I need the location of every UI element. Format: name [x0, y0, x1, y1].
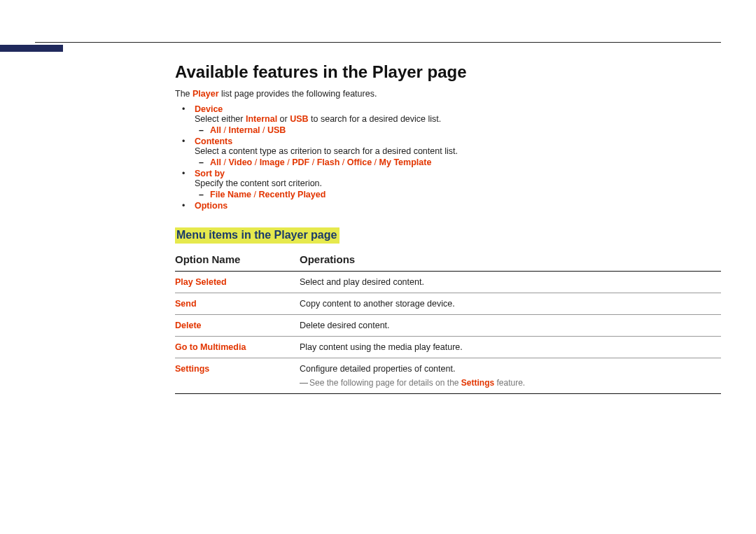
sortby-opt-1: Recently Played: [258, 190, 326, 199]
row-op-4-text: Configure detailed properties of content…: [300, 364, 721, 374]
features-list: Device Select either Internal or USB to …: [175, 104, 721, 211]
row-op-4: Configure detailed properties of content…: [300, 364, 721, 388]
row-op-0: Select and play desired content.: [300, 277, 721, 287]
section-menu-items-title: Menu items in the Player page: [175, 227, 340, 244]
feature-options: Options: [175, 201, 721, 211]
content-area: Available features in the Player page Th…: [175, 62, 721, 394]
sortby-opt-0: File Name: [210, 190, 251, 199]
intro-player: Player: [192, 89, 219, 99]
device-label: Device: [195, 104, 223, 114]
contents-opt-4: Flash: [317, 157, 340, 167]
accent-bar: [0, 45, 63, 52]
intro-pre: The: [175, 89, 192, 99]
row-name-4: Settings: [175, 364, 300, 374]
options-label: Options: [195, 201, 227, 211]
contents-opt-6: My Template: [379, 157, 432, 167]
options-table: Option Name Operations Play Seleted Sele…: [175, 251, 721, 394]
device-options: All / Internal / USB: [195, 125, 721, 135]
device-desc: Select either Internal or USB to search …: [195, 114, 721, 124]
note-bold: Settings: [461, 378, 494, 388]
contents-desc: Select a content type as criterion to se…: [195, 146, 721, 156]
contents-label: Contents: [195, 136, 232, 146]
note-post: feature.: [494, 378, 525, 388]
row-op-3: Play content using the media play featur…: [300, 342, 721, 352]
table-row: Delete Delete desired content.: [175, 315, 721, 337]
table-header: Option Name Operations: [175, 251, 721, 272]
intro-text: The Player list page provides the follow…: [175, 89, 721, 99]
feature-device: Device Select either Internal or USB to …: [175, 104, 721, 135]
row-name-1: Send: [175, 299, 300, 309]
row-op-1: Copy content to another storage device.: [300, 299, 721, 309]
device-opt-1: Internal: [228, 125, 260, 135]
sortby-options: File Name / Recently Played: [195, 190, 721, 199]
contents-opt-0: All: [210, 157, 221, 167]
sortby-label: Sort by: [195, 169, 225, 178]
row-name-0: Play Seleted: [175, 277, 300, 287]
document-page: Available features in the Player page Th…: [0, 0, 756, 436]
device-internal: Internal: [246, 114, 277, 124]
contents-opt-3: PDF: [292, 157, 309, 167]
sortby-desc: Specify the content sort criterion.: [195, 178, 721, 188]
device-opt-2: USB: [267, 125, 286, 135]
contents-opt-2: Image: [260, 157, 285, 167]
note-pre: See the following page for details on th…: [309, 378, 461, 388]
device-opt-0: All: [210, 125, 221, 135]
row-op-2: Delete desired content.: [300, 321, 721, 330]
table-row: Settings Configure detailed properties o…: [175, 358, 721, 394]
table-row: Send Copy content to another storage dev…: [175, 293, 721, 315]
contents-opt-1: Video: [228, 157, 252, 167]
intro-post: list page provides the following feature…: [219, 89, 377, 99]
feature-sortby: Sort by Specify the content sort criteri…: [175, 169, 721, 199]
table-row: Play Seleted Select and play desired con…: [175, 272, 721, 293]
contents-options: All / Video / Image / PDF / Flash / Offi…: [195, 157, 721, 167]
header-operations: Operations: [300, 253, 721, 265]
device-usb: USB: [290, 114, 308, 124]
top-rule: [35, 42, 721, 43]
contents-opt-5: Office: [347, 157, 372, 167]
row-name-2: Delete: [175, 321, 300, 330]
row-name-3: Go to Multimedia: [175, 342, 300, 352]
header-option-name: Option Name: [175, 253, 300, 265]
settings-note: See the following page for details on th…: [300, 378, 721, 388]
table-row: Go to Multimedia Play content using the …: [175, 337, 721, 358]
feature-contents: Contents Select a content type as criter…: [175, 136, 721, 167]
page-title: Available features in the Player page: [175, 62, 721, 82]
